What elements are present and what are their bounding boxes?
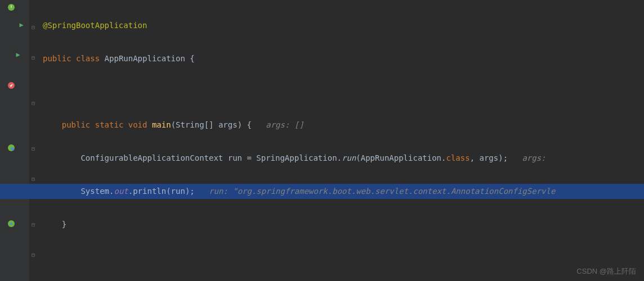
run-class-icon[interactable]: ▶ (17, 21, 26, 30)
run-main-icon[interactable]: ▶ (14, 51, 23, 60)
fold-marker[interactable]: ⊟ (32, 176, 37, 182)
fold-marker[interactable]: ⊟ (32, 101, 37, 106)
code-line (41, 84, 644, 99)
code-line (41, 250, 644, 265)
code-line: public class AppRunApplication { (41, 51, 644, 66)
annotation: @SpringBootApplication (43, 21, 147, 30)
fold-marker[interactable]: ⊟ (32, 55, 37, 61)
code-line: ConfigurableApplicationContext run = Spr… (41, 151, 644, 166)
fold-marker[interactable]: ⊟ (32, 146, 37, 152)
code-line: @SpringBootApplication (41, 18, 644, 33)
gutter: ▶ ▶ (0, 0, 30, 281)
code-editor[interactable]: @SpringBootApplication public class AppR… (41, 0, 644, 281)
code-line: public static void main(String[] args) {… (41, 117, 644, 133)
bean-icon[interactable] (7, 144, 16, 153)
watermark: CSDN @路上阡陌 (576, 266, 636, 277)
fold-marker[interactable]: ⊟ (32, 25, 37, 30)
breakpoint-icon[interactable] (7, 81, 16, 90)
spring-boot-icon[interactable] (7, 3, 16, 12)
nav-icon[interactable] (7, 220, 16, 229)
code-line: } (41, 217, 644, 232)
code-line-current: System.out.println(run); run: "org.sprin… (41, 184, 644, 199)
fold-marker[interactable]: ⊟ (32, 252, 37, 258)
fold-marker[interactable]: ⊟ (32, 222, 37, 228)
fold-column: ⊟ ⊟ ⊟ ⊟ ⊟ ⊟ ⊟ (29, 0, 41, 281)
svg-point-3 (11, 147, 14, 151)
